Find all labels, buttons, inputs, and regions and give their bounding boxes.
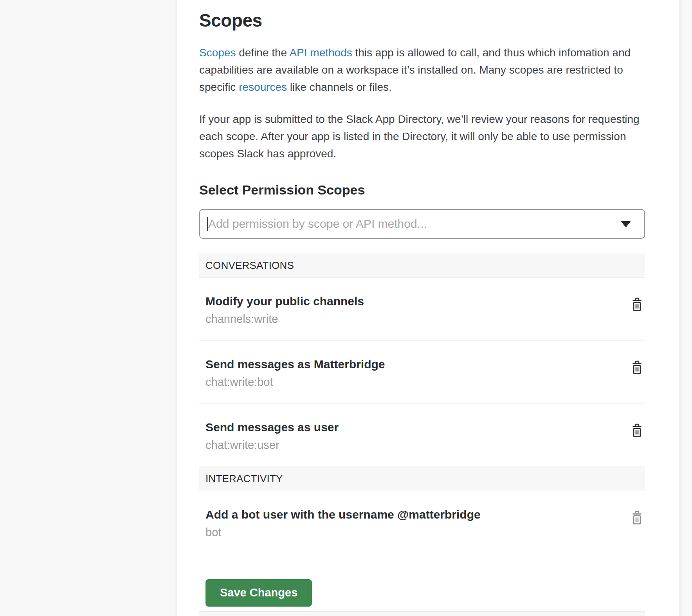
scope-title: Add a bot user with the username @matter… <box>205 507 481 522</box>
scope-code: bot <box>205 525 481 540</box>
scope-text: Add a bot user with the username @matter… <box>205 507 481 540</box>
section-label: INTERACTIVITY <box>205 473 283 485</box>
scope-search-combobox[interactable] <box>199 209 645 239</box>
intro-text: like channels or files. <box>287 81 392 93</box>
page-background-right <box>679 0 692 616</box>
page: Scopes Scopes define the API methods thi… <box>0 0 692 616</box>
scope-row-chat-write-user: Send messages as user chat:write:user <box>199 404 645 467</box>
scope-code: channels:write <box>205 312 364 326</box>
next-section-edge <box>199 611 645 616</box>
section-label: CONVERSATIONS <box>205 259 294 272</box>
delete-scope-button[interactable] <box>630 359 644 376</box>
scope-title: Modify your public channels <box>205 294 364 309</box>
section-header-conversations: CONVERSATIONS <box>199 254 645 278</box>
scope-row-bot: Add a bot user with the username @matter… <box>199 491 645 554</box>
trash-icon <box>631 423 643 438</box>
delete-scope-button[interactable] <box>630 422 644 439</box>
intro-text: define the <box>236 47 289 59</box>
text-cursor <box>207 217 208 231</box>
save-changes-button[interactable]: Save Changes <box>205 579 312 607</box>
scope-code: chat:write:user <box>205 438 339 452</box>
scope-row-chat-write-bot: Send messages as Matterbridge chat:write… <box>199 341 645 404</box>
chevron-down-icon[interactable] <box>621 221 631 227</box>
select-permission-scopes-heading: Select Permission Scopes <box>199 182 645 198</box>
delete-scope-button[interactable] <box>630 296 644 313</box>
scope-code: chat:write:bot <box>205 375 385 389</box>
scope-title: Send messages as Matterbridge <box>205 357 385 372</box>
trash-icon <box>631 511 643 525</box>
directory-paragraph: If your app is submitted to the Slack Ap… <box>199 111 640 162</box>
api-methods-link[interactable]: API methods <box>289 47 352 59</box>
trash-icon <box>631 360 643 375</box>
delete-scope-button[interactable] <box>630 509 644 527</box>
scope-search-input[interactable] <box>200 210 644 238</box>
scopes-panel: Scopes Scopes define the API methods thi… <box>177 0 679 616</box>
section-header-interactivity: INTERACTIVITY <box>199 467 645 491</box>
resources-link[interactable]: resources <box>239 81 287 93</box>
scope-title: Send messages as user <box>205 420 339 435</box>
trash-icon <box>631 297 643 312</box>
scope-row-channels-write: Modify your public channels channels:wri… <box>199 278 645 341</box>
scope-text: Send messages as Matterbridge chat:write… <box>205 357 385 389</box>
left-sidebar <box>0 0 177 616</box>
scopes-link[interactable]: Scopes <box>199 47 236 59</box>
page-title: Scopes <box>199 10 645 31</box>
intro-paragraph: Scopes define the API methods this app i… <box>199 44 640 96</box>
scope-text: Modify your public channels channels:wri… <box>205 294 364 326</box>
scope-text: Send messages as user chat:write:user <box>205 420 339 452</box>
